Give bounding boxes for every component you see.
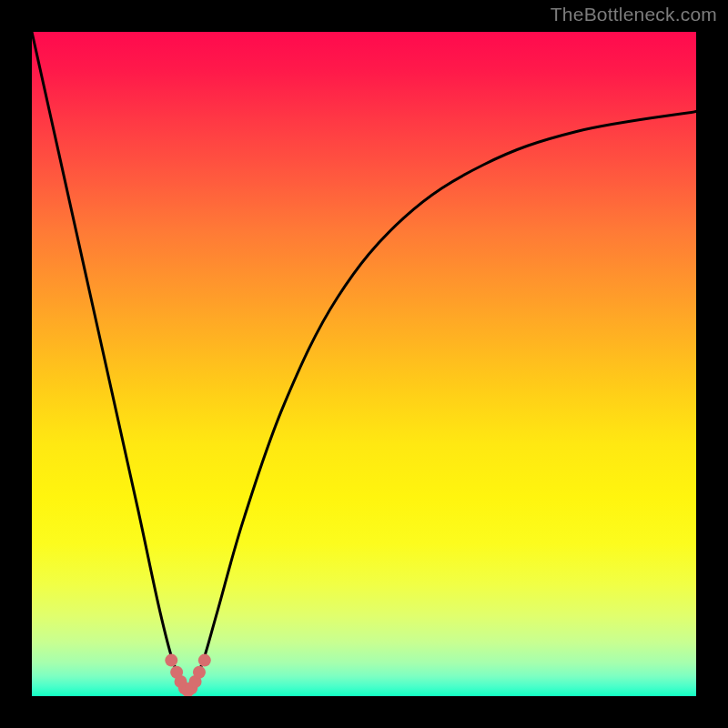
chart-svg (32, 32, 696, 696)
trough-marker-dot (165, 654, 177, 667)
trough-marker-dot (198, 654, 211, 667)
trough-marker-dot (193, 666, 206, 679)
trough-markers (165, 654, 211, 696)
watermark-text: TheBottleneck.com (551, 4, 717, 25)
plot-area (32, 32, 696, 696)
chart-frame: TheBottleneck.com (0, 0, 728, 728)
bottleneck-curve (32, 32, 696, 696)
